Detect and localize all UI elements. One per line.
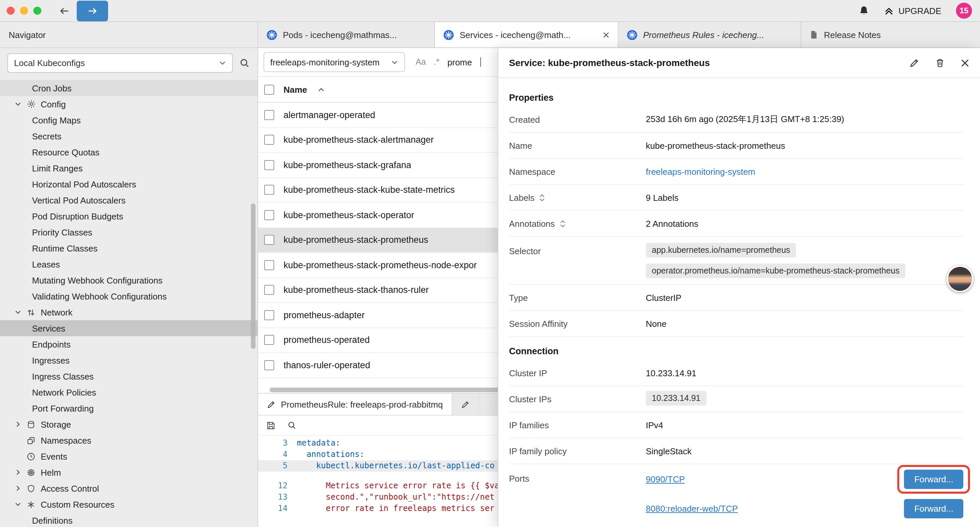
sidebar-item-limit-ranges[interactable]: Limit Ranges [0, 160, 258, 176]
sidebar-item-custom-resources[interactable]: Custom Resources [0, 496, 258, 512]
tab-services-icecheng-math[interactable]: Services - icecheng@math... [435, 22, 619, 47]
row-checkbox[interactable] [264, 210, 274, 220]
kubernetes-icon [627, 29, 638, 40]
window-minimize-button[interactable] [20, 7, 28, 15]
user-avatar[interactable] [947, 266, 973, 292]
sidebar-item-label: Endpoints [32, 339, 71, 349]
regex-toggle[interactable]: .* [434, 57, 440, 67]
sidebar-item-storage[interactable]: Storage [0, 416, 258, 432]
port-link[interactable]: 9090/TCP [646, 474, 685, 484]
row-checkbox[interactable] [264, 110, 274, 120]
sidebar-item-cron-jobs[interactable]: Cron Jobs [0, 80, 258, 96]
tab-release-notes[interactable]: Release Notes [801, 22, 980, 47]
property-label: Labels [509, 193, 646, 202]
tab-pods-icecheng-mathmas[interactable]: Pods - icecheng@mathmas... [258, 22, 435, 47]
row-checkbox[interactable] [264, 160, 274, 170]
close-tab-icon[interactable] [602, 31, 610, 38]
property-label: IP family policy [509, 446, 646, 456]
expand-toggle-icon[interactable] [559, 219, 565, 228]
dock-tab-prometheusrule[interactable]: PrometheusRule: freeleaps-prod-rabbitmq [258, 393, 452, 415]
sidebar-item-leases[interactable]: Leases [0, 256, 258, 272]
clock-icon [26, 452, 36, 461]
forward-button[interactable]: Forward... [904, 498, 963, 518]
search-input[interactable]: prome [447, 57, 472, 67]
row-checkbox[interactable] [264, 310, 274, 320]
line-code: Metrics service error rate is {{ $va [297, 480, 500, 492]
sidebar-item-config-maps[interactable]: Config Maps [0, 112, 258, 128]
notification-count-badge[interactable]: 15 [956, 3, 972, 19]
service-name: kube-prometheus-stack-alertmanager [283, 135, 434, 145]
window-close-button[interactable] [7, 7, 15, 15]
sidebar-item-network[interactable]: Network [0, 304, 258, 320]
chevron-down-icon[interactable] [15, 101, 21, 107]
chevron-down-icon[interactable] [15, 501, 21, 508]
sidebar-item-ingress-classes[interactable]: Ingress Classes [0, 368, 258, 384]
property-value: None [646, 318, 964, 328]
editor-search-icon[interactable] [288, 421, 296, 430]
sidebar-item-horizontal-pod-autoscalers[interactable]: Horizontal Pod Autoscalers [0, 176, 258, 192]
expand-toggle-icon[interactable] [539, 193, 546, 202]
sidebar-item-ingresses[interactable]: Ingresses [0, 352, 258, 368]
sidebar-item-validating-webhook-configurations[interactable]: Validating Webhook Configurations [0, 288, 258, 304]
edit-pencil-icon[interactable] [909, 58, 919, 68]
upgrade-button[interactable]: UPGRADE [884, 6, 941, 16]
property-value: kube-prometheus-stack-prometheus [646, 140, 964, 150]
sidebar-item-priority-classes[interactable]: Priority Classes [0, 224, 258, 240]
service-name: kube-prometheus-stack-kube-state-metrics [283, 185, 455, 195]
dock-tab-partial[interactable] [452, 393, 479, 415]
storage-icon [26, 420, 36, 428]
detail-row-name: Namekube-prometheus-stack-prometheus [509, 133, 964, 159]
chevron-right-icon[interactable] [15, 469, 21, 476]
row-checkbox[interactable] [264, 185, 274, 195]
sidebar-item-events[interactable]: Events [0, 448, 258, 464]
sidebar-item-config[interactable]: Config [0, 96, 258, 112]
row-checkbox[interactable] [264, 135, 274, 145]
sidebar-item-services[interactable]: Services [0, 320, 258, 336]
sidebar-item-definitions[interactable]: Definitions [0, 512, 258, 527]
sidebar-item-port-forwarding[interactable]: Port Forwarding [0, 400, 258, 416]
sidebar-item-pod-disruption-budgets[interactable]: Pod Disruption Budgets [0, 208, 258, 224]
sidebar-search-icon[interactable] [240, 58, 250, 68]
chevron-right-icon[interactable] [15, 485, 21, 492]
sidebar-item-runtime-classes[interactable]: Runtime Classes [0, 240, 258, 256]
sidebar-item-mutating-webhook-configurations[interactable]: Mutating Webhook Configurations [0, 272, 258, 288]
forward-button[interactable]: Forward... [904, 469, 963, 489]
detail-row-labels[interactable]: Labels9 Labels [509, 185, 964, 211]
column-header-name[interactable]: Name [283, 84, 307, 94]
notifications-bell-icon[interactable] [858, 5, 869, 16]
sidebar-item-network-policies[interactable]: Network Policies [0, 384, 258, 400]
window-zoom-button[interactable] [33, 7, 41, 15]
chevron-right-icon[interactable] [15, 421, 21, 428]
detail-row-namespace: Namespacefreeleaps-monitoring-system [509, 159, 964, 185]
sidebar-item-endpoints[interactable]: Endpoints [0, 336, 258, 352]
detail-row-annotations[interactable]: Annotations2 Annotations [509, 211, 964, 237]
chevron-down-icon[interactable] [15, 309, 21, 315]
save-icon[interactable] [266, 420, 275, 430]
row-checkbox[interactable] [264, 285, 274, 295]
port-link[interactable]: 8080:reloader-web/TCP [646, 503, 738, 513]
delete-trash-icon[interactable] [935, 58, 945, 68]
value-badge: operator.prometheus.io/name=kube-prometh… [646, 263, 905, 278]
sidebar-item-namespaces[interactable]: Namespaces [0, 432, 258, 448]
namespace-link[interactable]: freeleaps-monitoring-system [646, 166, 755, 177]
row-checkbox[interactable] [264, 360, 274, 370]
row-checkbox[interactable] [264, 260, 274, 270]
navigator-title: Navigator [9, 30, 46, 40]
sidebar-scrollbar[interactable] [251, 204, 256, 349]
tab-prometheus-rules-icecheng[interactable]: Prometheus Rules - icecheng... [619, 22, 801, 47]
sidebar-item-access-control[interactable]: Access Control [0, 480, 258, 496]
nav-back-button[interactable] [59, 5, 70, 16]
close-panel-icon[interactable] [961, 58, 969, 67]
sidebar-item-secrets[interactable]: Secrets [0, 128, 258, 144]
sidebar-item-vertical-pod-autoscalers[interactable]: Vertical Pod Autoscalers [0, 192, 258, 208]
select-all-checkbox[interactable] [264, 84, 274, 94]
sidebar-item-helm[interactable]: Helm [0, 464, 258, 480]
namespace-filter-select[interactable]: freeleaps-monitoring-system [264, 52, 405, 72]
kubeconfig-selector[interactable]: Local Kubeconfigs [7, 53, 233, 73]
match-case-toggle[interactable]: Aa [415, 57, 426, 67]
row-checkbox[interactable] [264, 235, 274, 245]
sort-ascending-icon[interactable] [318, 87, 325, 92]
row-checkbox[interactable] [264, 335, 274, 345]
nav-forward-button[interactable] [77, 0, 108, 21]
sidebar-item-resource-quotas[interactable]: Resource Quotas [0, 144, 258, 160]
